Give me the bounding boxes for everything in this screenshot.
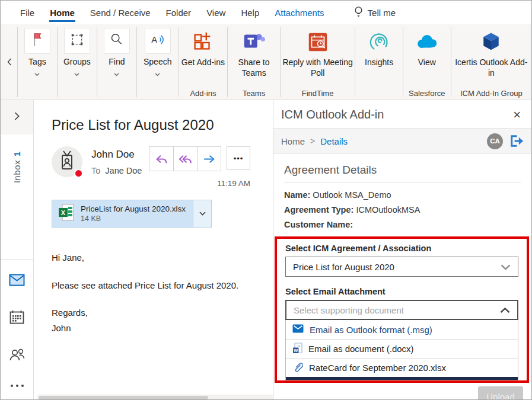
chevron-down-icon bbox=[155, 68, 160, 79]
navigation-rail: Inbox1 bbox=[1, 100, 34, 400]
field-value: Outlook MSA_Demo bbox=[313, 190, 391, 200]
sender-avatar[interactable] bbox=[52, 146, 82, 177]
mail-icon[interactable] bbox=[9, 274, 25, 289]
menu-attachments[interactable]: Attachments bbox=[267, 1, 332, 24]
chevron-down-icon bbox=[114, 68, 119, 79]
breadcrumb-home[interactable]: Home bbox=[281, 136, 305, 146]
insights-button[interactable]: Insights bbox=[356, 28, 402, 68]
speech-button[interactable]: A Speech bbox=[138, 28, 177, 79]
tags-button[interactable]: Tags bbox=[18, 28, 57, 79]
agreement-fields: Name: Outlook MSA_Demo Agreement Type: I… bbox=[284, 188, 521, 232]
scrollbar-thumb[interactable] bbox=[39, 396, 208, 399]
groups-button[interactable]: Groups bbox=[58, 28, 97, 79]
calendar-icon[interactable] bbox=[9, 310, 24, 327]
dropdown-option-docx[interactable]: W Email as document (.docx) bbox=[286, 339, 518, 358]
share-to-teams-button[interactable]: Share to Teams bbox=[229, 28, 279, 78]
attachment-chip[interactable]: X PriceList for August 2020.xlsx 14 KB bbox=[52, 200, 212, 228]
email-body: Hi Jane, Please see attached Price List … bbox=[52, 251, 250, 335]
horizontal-scrollbar[interactable] bbox=[37, 395, 273, 400]
reply-button[interactable] bbox=[149, 147, 173, 171]
ribbon-group-label: ICM Add-In Group bbox=[460, 87, 523, 100]
presence-busy-indicator bbox=[74, 169, 83, 178]
more-actions-button[interactable]: ••• bbox=[227, 146, 250, 170]
sender-name[interactable]: John Doe bbox=[91, 149, 149, 161]
menu-view[interactable]: View bbox=[199, 1, 233, 24]
search-icon bbox=[107, 30, 127, 52]
email-subject: Price List for August 2020 bbox=[52, 117, 250, 133]
envelope-icon bbox=[292, 324, 304, 335]
excel-file-icon: X bbox=[58, 203, 75, 225]
panel-title: ICM Outlook Add-in bbox=[281, 108, 384, 121]
section-title: Agreement Details bbox=[284, 164, 521, 183]
menubar: File Home Send / Receive Folder View Hel… bbox=[1, 1, 531, 24]
menu-file[interactable]: File bbox=[12, 1, 42, 24]
close-icon[interactable]: × bbox=[511, 108, 523, 121]
breadcrumb-details[interactable]: Details bbox=[320, 136, 348, 146]
teams-icon bbox=[241, 28, 266, 56]
ribbon-group-label: Teams bbox=[243, 87, 265, 100]
field-label: Customer Name: bbox=[284, 220, 353, 229]
menu-send-receive[interactable]: Send / Receive bbox=[82, 1, 158, 24]
ribbon-group-label: FindTime bbox=[302, 87, 334, 100]
salesforce-view-button[interactable]: View bbox=[404, 28, 450, 68]
meeting-poll-icon bbox=[305, 28, 330, 56]
svg-text:A: A bbox=[151, 35, 157, 44]
icm-addin-panel: ICM Outlook Add-in × Home > Details CA A… bbox=[273, 100, 531, 400]
attachment-dropdown-list: Email as Outlook format (.msg) W Email a… bbox=[285, 320, 518, 380]
dropdown-scrollbar[interactable] bbox=[286, 377, 518, 380]
attachment-size: 14 KB bbox=[81, 215, 186, 223]
reading-pane: Price List for August 2020 John Doe ToJa… bbox=[34, 100, 273, 400]
chevron-right-icon bbox=[14, 112, 20, 123]
attachment-options-button[interactable] bbox=[193, 200, 211, 227]
inbox-vertical-label[interactable]: Inbox1 bbox=[12, 151, 22, 183]
sign-out-icon[interactable] bbox=[508, 134, 524, 148]
paperclip-icon bbox=[292, 361, 303, 374]
menu-help[interactable]: Help bbox=[233, 1, 267, 24]
icertis-cube-icon bbox=[479, 28, 503, 56]
speech-icon: A bbox=[148, 30, 168, 52]
badge-icon bbox=[58, 150, 76, 174]
attachment-select[interactable]: Select supporting document bbox=[285, 300, 518, 320]
unread-count: 1 bbox=[12, 151, 22, 156]
agreement-select[interactable]: Price List for August 2020 bbox=[285, 257, 518, 277]
attachment-select-label: Select Email Attachment bbox=[285, 287, 518, 296]
body-line: Regards, bbox=[52, 306, 250, 320]
agreement-select-label: Select ICM Agreement / Association bbox=[285, 244, 518, 253]
ribbon-group-label: Salesforce bbox=[409, 87, 445, 100]
field-label: Agreement Type: bbox=[284, 205, 353, 215]
forward-button[interactable] bbox=[197, 147, 221, 171]
outlook-window: File Home Send / Receive Folder View Hel… bbox=[0, 0, 532, 400]
icertis-addin-button[interactable]: Icertis Outlook Add-in bbox=[452, 28, 530, 78]
dropdown-option-ratecard[interactable]: RateCard for September 2020.xlsx bbox=[286, 358, 518, 377]
upload-button[interactable]: Upload bbox=[478, 386, 523, 400]
expand-folder-pane-button[interactable] bbox=[1, 100, 33, 135]
email-time: 11:19 AM bbox=[217, 179, 250, 188]
more-apps-button[interactable] bbox=[11, 385, 24, 387]
dropdown-option-msg[interactable]: Email as Outlook format (.msg) bbox=[286, 320, 518, 339]
select-placeholder: Select supporting document bbox=[294, 305, 500, 315]
chevron-down-icon bbox=[74, 68, 79, 79]
menu-home[interactable]: Home bbox=[42, 1, 82, 24]
svg-text:W: W bbox=[294, 347, 298, 353]
tell-me[interactable]: Tell me bbox=[353, 1, 396, 24]
menu-folder[interactable]: Folder bbox=[158, 1, 199, 24]
chevron-up-icon bbox=[500, 305, 510, 315]
get-addins-icon bbox=[190, 28, 215, 56]
body-line: John bbox=[52, 322, 250, 335]
chevron-down-icon bbox=[501, 262, 511, 272]
find-button[interactable]: Find bbox=[97, 28, 136, 79]
flag-icon bbox=[27, 30, 47, 52]
annotation-highlight-box: Select ICM Agreement / Association Price… bbox=[275, 236, 529, 383]
user-avatar[interactable]: CA bbox=[487, 133, 503, 149]
svg-text:X: X bbox=[61, 209, 66, 216]
body-line: Hi Jane, bbox=[52, 251, 250, 265]
people-icon[interactable] bbox=[9, 348, 26, 363]
recipient-name[interactable]: Jane Doe bbox=[105, 166, 142, 175]
get-addins-button[interactable]: Get Add-ins bbox=[180, 28, 226, 68]
chevron-down-icon bbox=[34, 68, 40, 79]
breadcrumb: Home > Details CA bbox=[273, 128, 531, 154]
reply-all-button[interactable] bbox=[173, 147, 197, 171]
salesforce-cloud-icon bbox=[414, 28, 440, 56]
reply-with-meeting-poll-button[interactable]: Reply with Meeting Poll bbox=[282, 28, 354, 78]
ribbon-collapse-button[interactable] bbox=[2, 24, 17, 100]
